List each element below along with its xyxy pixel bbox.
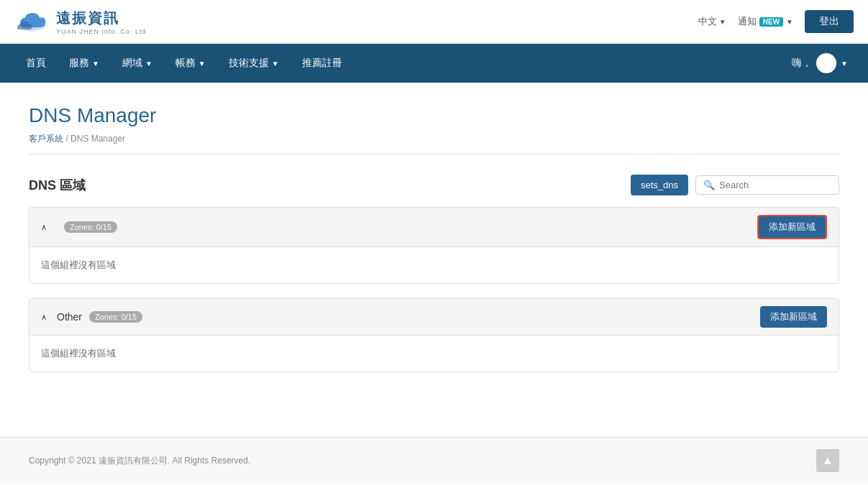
top-bar: 遠振資訊 YUAN JHEN Info. Co. Ltd 中文 ▼ 通知 NEW… (0, 0, 868, 44)
nav-user[interactable]: 嗨， ▼ (786, 44, 854, 83)
page-title: DNS Manager (29, 104, 839, 127)
search-icon: 🔍 (703, 180, 715, 190)
sets-dns-button[interactable]: sets_dns (631, 175, 688, 195)
avatar (816, 53, 836, 73)
language-selector[interactable]: 中文 ▼ (698, 15, 726, 28)
section-header: DNS 區域 sets_dns 🔍 (29, 175, 839, 195)
zone-group-2-left: ∧ Other Zones: 0/15 (41, 311, 142, 323)
section-title: DNS 區域 (29, 177, 86, 194)
nav-item-domain[interactable]: 網域 ▼ (111, 47, 164, 79)
account-caret-icon: ▼ (198, 60, 206, 68)
nav-bar: 首頁 服務 ▼ 網域 ▼ 帳務 ▼ 技術支援 ▼ 推薦註冊 嗨， ▼ (0, 44, 868, 83)
chevron-up-icon-1[interactable]: ∧ (41, 223, 47, 232)
notif-caret-icon: ▼ (786, 18, 793, 26)
logo-chinese: 遠振資訊 (56, 9, 147, 28)
footer-copyright: Copyright © 2021 遠振資訊有限公司. All Rights Re… (29, 455, 250, 467)
search-input[interactable] (719, 180, 827, 190)
nav-item-referral[interactable]: 推薦註冊 (291, 47, 354, 79)
logout-button[interactable]: 登出 (805, 10, 854, 33)
nav-item-services[interactable]: 服務 ▼ (58, 47, 111, 79)
support-caret-icon: ▼ (272, 60, 279, 68)
add-zone-button-1[interactable]: 添加新區域 (757, 215, 827, 239)
new-badge: NEW (759, 17, 783, 27)
group-2-name: Other (57, 311, 82, 323)
breadcrumb: 客戶系統 / DNS Manager (29, 133, 839, 154)
main-content: DNS Manager 客戶系統 / DNS Manager DNS 區域 se… (0, 83, 868, 408)
lang-caret-icon: ▼ (719, 18, 726, 26)
nav-item-support[interactable]: 技術支援 ▼ (217, 47, 291, 79)
nav-item-home[interactable]: 首頁 (14, 47, 58, 79)
notification-button[interactable]: 通知 NEW ▼ (738, 15, 793, 28)
zone-group-1-left: ∧ Zones: 0/15 (41, 221, 117, 233)
top-right: 中文 ▼ 通知 NEW ▼ 登出 (698, 10, 854, 33)
footer: Copyright © 2021 遠振資訊有限公司. All Rights Re… (0, 437, 868, 484)
domain-caret-icon: ▼ (145, 60, 152, 68)
user-caret-icon: ▼ (841, 60, 848, 68)
logo-icon (14, 7, 50, 36)
breadcrumb-home[interactable]: 客戶系統 (29, 134, 63, 144)
nav-right: 嗨， ▼ (786, 44, 854, 83)
zone-group-1: ∧ Zones: 0/15 添加新區域 這個組裡沒有區域 (29, 207, 839, 284)
section-actions: sets_dns 🔍 (631, 175, 839, 195)
scroll-top-button[interactable]: ▲ (816, 449, 839, 472)
chevron-up-icon-2[interactable]: ∧ (41, 313, 47, 322)
nav-item-account[interactable]: 帳務 ▼ (164, 47, 217, 79)
zone-group-2-body: 這個組裡沒有區域 (29, 336, 839, 371)
zone-badge-1: Zones: 0/15 (64, 221, 117, 233)
logo-text-area: 遠振資訊 YUAN JHEN Info. Co. Ltd (56, 9, 147, 35)
logo-area: 遠振資訊 YUAN JHEN Info. Co. Ltd (14, 7, 147, 36)
zone-badge-2: Zones: 0/15 (89, 311, 142, 323)
add-zone-button-2[interactable]: 添加新區域 (760, 306, 827, 328)
services-caret-icon: ▼ (92, 60, 99, 68)
logo-english: YUAN JHEN Info. Co. Ltd (56, 28, 147, 35)
search-box: 🔍 (695, 175, 839, 195)
zone-group-1-body: 這個組裡沒有區域 (29, 247, 839, 283)
zone-group-2: ∧ Other Zones: 0/15 添加新區域 這個組裡沒有區域 (29, 298, 839, 372)
zone-group-2-header: ∧ Other Zones: 0/15 添加新區域 (29, 299, 839, 336)
breadcrumb-current: DNS Manager (70, 134, 125, 144)
zone-group-1-header: ∧ Zones: 0/15 添加新區域 (29, 208, 839, 247)
